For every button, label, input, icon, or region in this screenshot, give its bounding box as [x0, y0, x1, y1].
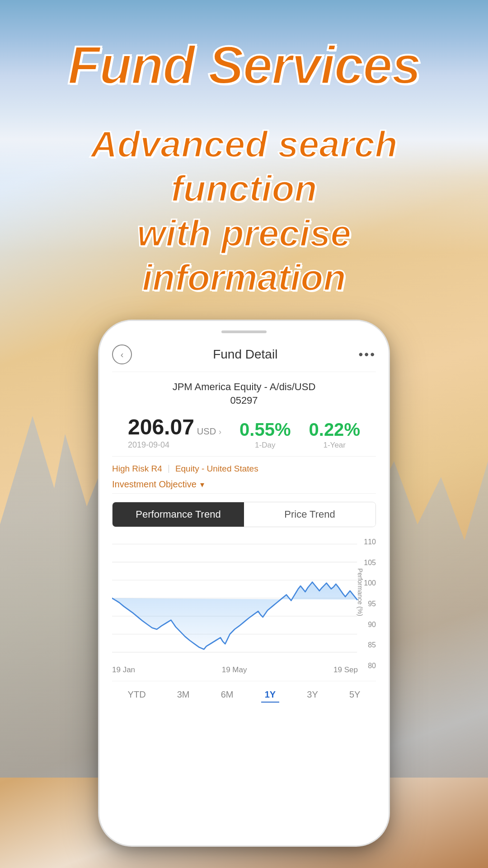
investment-objective-row[interactable]: Investment Objective ▾	[112, 479, 376, 490]
period-tab-3y[interactable]: 3Y	[303, 688, 321, 703]
chevron-down-icon: ▾	[200, 480, 204, 490]
perf-1day-label: 1-Day	[239, 441, 291, 450]
y-axis-label: Performance (%)	[357, 568, 364, 616]
perf-1year: 0.22% 1-Year	[309, 420, 360, 450]
tab-performance-trend[interactable]: Performance Trend	[113, 502, 244, 527]
risk-level: High Risk R4	[112, 464, 162, 474]
perf-1year-label: 1-Year	[309, 441, 360, 450]
price-block: 206.07 USD › 2019-09-04	[128, 415, 221, 450]
phone-shell: ‹ Fund Detail ••• JPM America Equity - A…	[99, 321, 389, 845]
fund-code: 05297	[112, 395, 376, 406]
price-currency: USD	[197, 426, 216, 437]
price-arrow-icon: ›	[219, 427, 221, 437]
chart-container: 110 105 100 95 90 85 80 19 Jan 19 May 19…	[112, 534, 376, 679]
price-value: 206.07	[128, 415, 194, 439]
period-tab-6m[interactable]: 6M	[217, 688, 237, 703]
fund-name: JPM America Equity - A/dis/USD	[112, 381, 376, 393]
period-tabs: YTD 3M 6M 1Y 3Y 5Y	[112, 681, 376, 706]
fund-info: JPM America Equity - A/dis/USD 05297 206…	[112, 372, 376, 457]
risk-divider	[169, 465, 169, 473]
perf-1year-value: 0.22%	[309, 420, 360, 440]
back-icon: ‹	[121, 349, 124, 360]
risk-section: High Risk R4 Equity - United States Inve…	[112, 457, 376, 494]
app-title: Fund Services	[41, 36, 447, 95]
nav-title: Fund Detail	[213, 347, 277, 362]
hero-subtitle: Advanced search function with precise in…	[41, 122, 447, 300]
phone-mockup: ‹ Fund Detail ••• JPM America Equity - A…	[99, 321, 389, 845]
y-tick-85: 85	[368, 641, 376, 649]
x-label-sep: 19 Sep	[333, 665, 358, 675]
x-label-jan: 19 Jan	[112, 665, 135, 675]
equity-category: Equity - United States	[175, 464, 258, 474]
notch-pill	[221, 330, 267, 333]
perf-1day: 0.55% 1-Day	[239, 420, 291, 450]
trend-tabs: Performance Trend Price Trend	[112, 502, 376, 527]
fund-price-row: 206.07 USD › 2019-09-04 0.55% 1-Day	[112, 415, 376, 450]
x-label-may: 19 May	[222, 665, 247, 675]
phone-content: ‹ Fund Detail ••• JPM America Equity - A…	[99, 339, 389, 719]
nav-bar: ‹ Fund Detail •••	[112, 339, 376, 372]
y-tick-100: 100	[364, 579, 376, 587]
period-tab-ytd[interactable]: YTD	[124, 688, 150, 703]
more-icon: •••	[359, 347, 376, 361]
perf-1day-value: 0.55%	[239, 420, 291, 440]
risk-tags: High Risk R4 Equity - United States	[112, 464, 376, 474]
back-button[interactable]: ‹	[112, 344, 132, 364]
trend-section: Performance Trend Price Trend	[112, 494, 376, 706]
period-tab-1y[interactable]: 1Y	[261, 688, 279, 703]
y-tick-105: 105	[364, 559, 376, 567]
phone-notch	[99, 321, 389, 339]
y-tick-110: 110	[364, 538, 376, 546]
price-date: 2019-09-04	[128, 440, 221, 450]
performance-chart	[112, 534, 376, 661]
period-tab-3m[interactable]: 3M	[174, 688, 193, 703]
tab-price-trend[interactable]: Price Trend	[244, 502, 375, 527]
more-button[interactable]: •••	[359, 347, 376, 362]
y-tick-95: 95	[368, 600, 376, 608]
hero-section: Fund Services Advanced search function w…	[41, 36, 447, 300]
investment-objective-label: Investment Objective	[112, 479, 197, 490]
y-tick-90: 90	[368, 621, 376, 629]
y-tick-80: 80	[368, 662, 376, 670]
fund-price-main: 206.07 USD › 2019-09-04	[128, 415, 221, 450]
x-axis: 19 Jan 19 May 19 Sep	[112, 663, 376, 675]
period-tab-5y[interactable]: 5Y	[346, 688, 364, 703]
